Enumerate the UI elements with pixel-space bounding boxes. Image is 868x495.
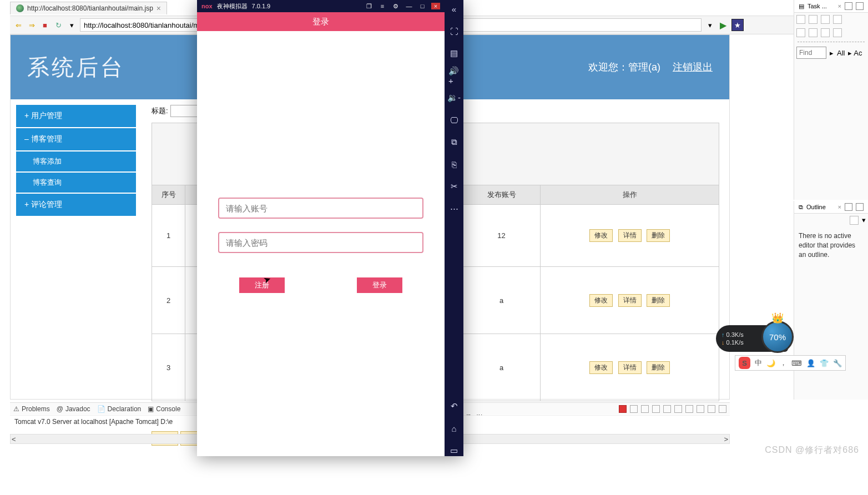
- login-button[interactable]: 登录: [357, 277, 402, 293]
- close-icon[interactable]: ×: [838, 3, 841, 9]
- task-panel-tab[interactable]: ▤ Task ... ×: [794, 0, 868, 13]
- speed-percent[interactable]: 70%: [761, 321, 794, 353]
- ime-user-icon[interactable]: 👤: [806, 359, 815, 367]
- bookmark-button[interactable]: ★: [731, 19, 744, 31]
- cell-ops: 修改 详情 删除: [541, 334, 719, 401]
- panel-min-icon[interactable]: [845, 203, 852, 211]
- scissors-icon[interactable]: ✂: [448, 181, 460, 192]
- emulator-close-icon[interactable]: ×: [431, 3, 440, 9]
- multiwindow-icon[interactable]: ⧉: [448, 137, 460, 148]
- terminate-icon[interactable]: [619, 405, 627, 413]
- open-console-icon[interactable]: [697, 405, 704, 413]
- outline-menu-icon[interactable]: [850, 216, 859, 225]
- scroll-left-icon[interactable]: <: [12, 435, 16, 443]
- ime-moon-icon[interactable]: 🌙: [766, 359, 775, 367]
- volume-down-icon[interactable]: 🔉-: [448, 92, 460, 103]
- reload-button[interactable]: ↻: [53, 20, 63, 30]
- display-console-icon[interactable]: [685, 405, 693, 413]
- find-input[interactable]: [796, 47, 826, 59]
- fullscreen-icon[interactable]: ⛶: [448, 26, 460, 37]
- url-dropdown-icon[interactable]: ▾: [705, 20, 715, 30]
- task-category-icon[interactable]: [809, 15, 817, 24]
- pin-console-icon[interactable]: [674, 405, 682, 413]
- task-presentation-icon[interactable]: [833, 28, 842, 37]
- keyboard-icon[interactable]: ▤: [448, 48, 460, 59]
- console-min-icon[interactable]: [708, 405, 715, 413]
- ime-toolbar[interactable]: S 中 🌙 ， ⌨ 👤 👕 🔧: [735, 355, 846, 371]
- history-dropdown[interactable]: ▾: [67, 20, 77, 30]
- tab-problems[interactable]: ⚠ Problems: [13, 405, 50, 413]
- sidebar-item-blog-mgmt[interactable]: – 博客管理: [16, 128, 136, 150]
- more-icon[interactable]: ⋯: [448, 203, 460, 214]
- emulator-maximize-icon[interactable]: □: [418, 3, 427, 9]
- rotate-icon[interactable]: ⎘: [448, 159, 460, 170]
- tab-javadoc[interactable]: @ Javadoc: [57, 405, 90, 413]
- emulator-settings-icon[interactable]: ⚙: [391, 3, 400, 10]
- forward-button[interactable]: ⇒: [27, 20, 37, 30]
- emulator-copy-icon[interactable]: ❐: [365, 3, 374, 10]
- tab-console[interactable]: ▣ Console: [148, 405, 180, 413]
- volume-up-icon[interactable]: 🔊+: [448, 70, 460, 81]
- remove-launch-icon[interactable]: [630, 405, 638, 413]
- detail-button[interactable]: 详情: [618, 229, 642, 242]
- close-icon[interactable]: ×: [157, 4, 161, 13]
- delete-button[interactable]: 删除: [647, 361, 670, 374]
- detail-button[interactable]: 详情: [618, 294, 642, 307]
- ime-tool-icon[interactable]: 🔧: [833, 359, 842, 367]
- modify-button[interactable]: 修改: [589, 361, 613, 374]
- panel-min-icon[interactable]: [845, 2, 852, 10]
- outline-dropdown-icon[interactable]: ▾: [862, 216, 866, 225]
- remove-all-icon[interactable]: [641, 405, 649, 413]
- android-recent-icon[interactable]: ▭: [448, 445, 460, 456]
- task-focus-icon[interactable]: [809, 28, 817, 37]
- find-activate-link[interactable]: ▸ Ac: [848, 49, 862, 57]
- scroll-right-icon[interactable]: >: [724, 435, 728, 443]
- ime-logo-icon[interactable]: S: [739, 357, 750, 369]
- console-max-icon[interactable]: [719, 405, 726, 413]
- task-collapse-icon[interactable]: [796, 28, 805, 37]
- emulator-titlebar[interactable]: nox 夜神模拟器 7.0.1.9 ❐ ≡ ⚙ — □ ×: [197, 0, 445, 12]
- ime-keyboard-icon[interactable]: ⌨: [791, 359, 802, 367]
- sidebar-item-user-mgmt[interactable]: + 用户管理: [16, 105, 136, 127]
- emulator-minimize-icon[interactable]: —: [405, 3, 413, 9]
- cell-seq: 2: [152, 267, 185, 334]
- password-input[interactable]: [218, 232, 423, 253]
- sidebar-item-blog-query[interactable]: 博客查询: [16, 173, 136, 193]
- sidebar-item-comment-mgmt[interactable]: + 评论管理: [16, 194, 136, 216]
- screenshot-icon[interactable]: 🖵: [448, 114, 460, 125]
- ime-punct-icon[interactable]: ，: [780, 358, 787, 368]
- panel-max-icon[interactable]: [856, 203, 864, 211]
- logout-link[interactable]: 注销退出: [673, 60, 713, 74]
- android-back-icon[interactable]: ↶: [448, 401, 460, 412]
- panel-max-icon[interactable]: [856, 2, 864, 10]
- delete-button[interactable]: 删除: [647, 229, 670, 242]
- emulator-menu-icon[interactable]: ≡: [378, 3, 387, 9]
- find-go-icon[interactable]: ▸: [830, 49, 834, 57]
- collapse-sidebar-icon[interactable]: «: [448, 3, 460, 14]
- modify-button[interactable]: 修改: [589, 229, 613, 242]
- stop-button[interactable]: ■: [40, 20, 50, 30]
- cell-account: a: [463, 267, 541, 334]
- task-filter-icon[interactable]: [833, 15, 842, 24]
- task-link-icon[interactable]: [821, 28, 830, 37]
- detail-button[interactable]: 详情: [618, 361, 642, 374]
- go-button[interactable]: ▶: [718, 20, 728, 30]
- register-button[interactable]: 注册: [239, 277, 285, 293]
- tab-declaration[interactable]: 📄 Declaration: [97, 405, 142, 413]
- find-all-link[interactable]: All: [837, 49, 845, 57]
- modify-button[interactable]: 修改: [589, 294, 613, 307]
- browser-tab[interactable]: http://localhost:8080/tianlanhoutai/main…: [10, 2, 167, 14]
- clear-console-icon[interactable]: [652, 405, 660, 413]
- delete-button[interactable]: 删除: [647, 294, 670, 307]
- task-sync-icon[interactable]: [821, 15, 830, 24]
- scroll-lock-icon[interactable]: [663, 405, 671, 413]
- account-input[interactable]: [218, 198, 423, 219]
- ime-lang[interactable]: 中: [755, 358, 762, 368]
- ime-skin-icon[interactable]: 👕: [820, 359, 829, 367]
- android-home-icon[interactable]: ⌂: [448, 423, 460, 434]
- outline-panel-tab[interactable]: ⧉ Outline ×: [794, 201, 868, 214]
- close-icon[interactable]: ×: [838, 204, 841, 210]
- back-button[interactable]: ⇐: [13, 20, 23, 30]
- sidebar-item-blog-add[interactable]: 博客添加: [16, 151, 136, 171]
- new-task-icon[interactable]: [796, 15, 805, 24]
